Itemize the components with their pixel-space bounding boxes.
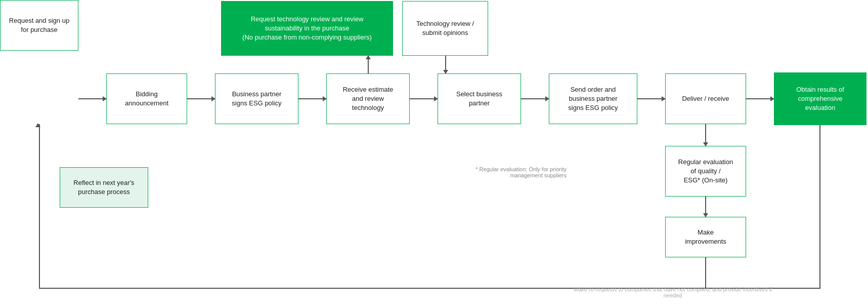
box-request-tech-label: Request technology review and review sus… xyxy=(242,15,372,43)
process-diagram: Request and sign up for purchase Bidding… xyxy=(0,0,868,306)
arrow-5-6 xyxy=(521,98,549,99)
box-deliver: Deliver / receive xyxy=(665,73,746,124)
regular-eval-note: * Regular evaluation: Only for priority … xyxy=(455,166,567,178)
box-reflect: Reflect in next year's purchase process xyxy=(60,167,148,208)
box-business-partner: Business partner signs ESG policy xyxy=(215,73,298,124)
arrow-1-2 xyxy=(78,98,106,99)
arrowhead-up xyxy=(35,123,40,127)
arrow-6-7 xyxy=(637,98,665,99)
box-receive-estimate: Receive estimate and review technology xyxy=(326,73,410,124)
box-receive-estimate-label: Receive estimate and review technology xyxy=(343,85,394,113)
box-request-label: Request and sign up for purchase xyxy=(9,16,69,34)
box-obtain-results: Obtain results of comprehensive evaluati… xyxy=(774,72,866,125)
arrow-regular-down xyxy=(705,197,706,217)
box-request-tech: Request technology review and review sus… xyxy=(221,1,393,56)
box-bidding: Bidding announcement xyxy=(106,73,187,124)
box-send-order: Send order and business partner signs ES… xyxy=(549,73,637,124)
box-bidding-label: Bidding announcement xyxy=(125,90,168,108)
bottom-note: Make re-requests to companies that have … xyxy=(572,286,774,298)
box-reflect-label: Reflect in next year's purchase process xyxy=(73,178,134,197)
box-request: Request and sign up for purchase xyxy=(0,0,78,51)
box-make-improvements: Make improvements xyxy=(665,217,746,257)
box-select-partner-label: Select business partner xyxy=(456,90,502,108)
box-tech-review: Technology review / submit opinions xyxy=(402,1,488,56)
box-regular-eval: Regular evaluation of quality / ESG* (On… xyxy=(665,146,746,197)
box-select-partner: Select business partner xyxy=(438,73,521,124)
arrow-4-5 xyxy=(410,98,438,99)
box-tech-review-label: Technology review / submit opinions xyxy=(416,19,474,37)
arrow-2-3 xyxy=(187,98,215,99)
arrow-tech-review-down xyxy=(445,56,446,73)
arrow-7-8 xyxy=(746,98,774,99)
box-make-improvements-label: Make improvements xyxy=(685,228,726,246)
box-business-partner-label: Business partner signs ESG policy xyxy=(232,90,281,108)
box-obtain-results-label: Obtain results of comprehensive evaluati… xyxy=(796,85,844,113)
arrow-tech-up xyxy=(368,56,369,73)
box-regular-eval-label: Regular evaluation of quality / ESG* (On… xyxy=(678,158,733,185)
path-v1 xyxy=(819,125,820,289)
path-v2 xyxy=(39,124,40,289)
box-deliver-label: Deliver / receive xyxy=(682,94,729,103)
box-send-order-label: Send order and business partner signs ES… xyxy=(568,85,618,113)
path-v3 xyxy=(705,257,706,288)
arrow-3-4 xyxy=(298,98,326,99)
arrow-deliver-down xyxy=(705,124,706,146)
